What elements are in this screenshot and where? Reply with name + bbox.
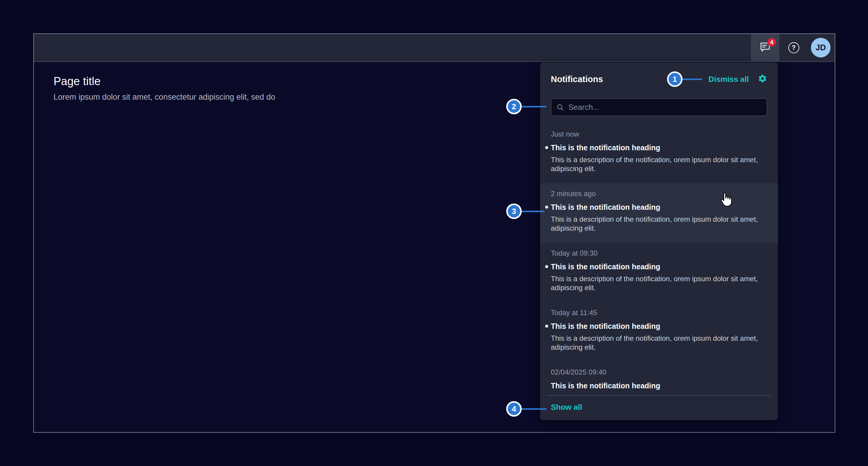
callout-2: 2	[506, 99, 522, 114]
callout-4: 4	[506, 401, 522, 417]
notification-list: Just now This is the notification headin…	[540, 124, 778, 395]
app-header: 4 ? JD	[34, 34, 835, 62]
mouse-cursor-icon	[719, 192, 734, 209]
notification-heading-text: This is the notification heading	[551, 143, 660, 152]
notification-heading-text: This is the notification heading	[551, 381, 660, 390]
unread-dot	[545, 325, 548, 328]
search-box	[551, 98, 767, 116]
notification-description: This is a description of the notificatio…	[551, 215, 767, 233]
search-input[interactable]	[568, 103, 762, 112]
notification-timestamp: Today at 09:30	[551, 249, 767, 258]
search-icon	[556, 103, 564, 111]
avatar[interactable]: JD	[811, 38, 831, 57]
notification-item[interactable]: 2 minutes ago This is the notification h…	[540, 183, 778, 243]
notification-heading: This is the notification heading	[551, 381, 767, 390]
notification-timestamp: 2 minutes ago	[551, 189, 767, 198]
help-button[interactable]: ?	[779, 34, 808, 61]
notification-description: This is a description of the notificatio…	[551, 155, 767, 173]
unread-dot	[545, 206, 548, 209]
notification-heading: This is the notification heading	[551, 143, 767, 152]
show-all-link[interactable]: Show all	[551, 403, 582, 412]
notification-heading-text: This is the notification heading	[551, 322, 660, 330]
notification-timestamp: Just now	[551, 130, 767, 139]
dismiss-all-link[interactable]: Dismiss all	[708, 75, 749, 84]
notifications-panel-header: Notifications Dismiss all	[540, 62, 778, 87]
callout-4-line	[521, 408, 547, 410]
notification-heading: This is the notification heading	[551, 202, 767, 212]
notification-item[interactable]: 02/04/2025 09:40 This is the notificatio…	[540, 362, 778, 395]
notification-item[interactable]: Just now This is the notification headin…	[540, 124, 778, 183]
notification-description: This is a description of the notificatio…	[551, 334, 767, 352]
notification-heading-text: This is the notification heading	[551, 203, 660, 211]
notification-timestamp: Today at 11:45	[551, 308, 767, 317]
callout-3: 3	[506, 204, 522, 219]
notification-description: This is a description of the notificatio…	[551, 274, 767, 292]
settings-button[interactable]	[758, 74, 767, 85]
callout-1-line	[681, 79, 702, 80]
notification-heading: This is the notification heading	[551, 262, 767, 271]
callout-1: 1	[667, 71, 683, 87]
callout-2-line	[521, 106, 546, 108]
unread-dot	[545, 265, 548, 268]
notification-heading-text: This is the notification heading	[551, 262, 660, 271]
gear-icon	[758, 74, 767, 85]
callout-3-line	[521, 211, 544, 212]
unread-dot	[545, 146, 548, 149]
panel-footer: Show all	[540, 396, 778, 418]
notifications-panel: Notifications Dismiss all Just now This …	[540, 62, 778, 420]
notifications-button[interactable]: 4	[751, 34, 779, 61]
notification-item[interactable]: Today at 11:45 This is the notification …	[540, 302, 778, 362]
question-icon: ?	[788, 42, 799, 53]
notification-timestamp: 02/04/2025 09:40	[551, 368, 767, 377]
notification-item[interactable]: Today at 09:30 This is the notification …	[540, 243, 778, 302]
notification-heading: This is the notification heading	[551, 321, 767, 331]
notification-count-badge: 4	[768, 38, 776, 47]
